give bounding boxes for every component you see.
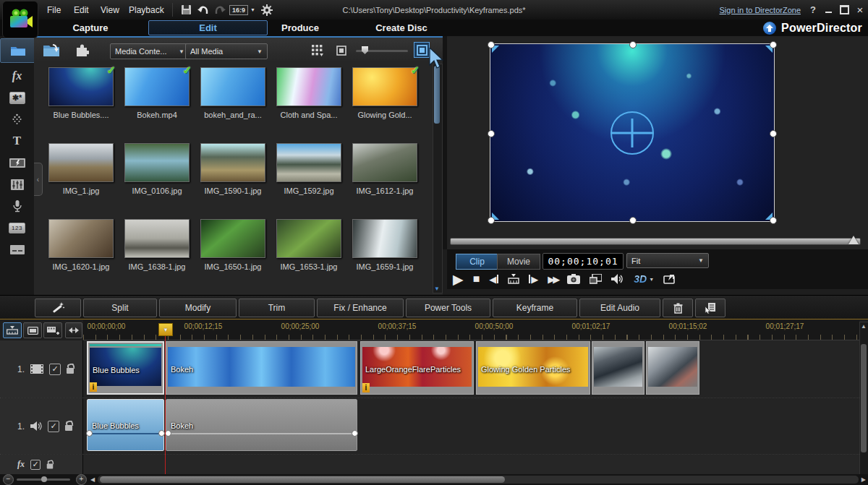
fx-track-lock-icon[interactable] — [47, 464, 54, 469]
tab-capture[interactable]: Capture — [58, 20, 123, 36]
selection-handle-top-right[interactable] — [770, 41, 777, 48]
scroll-left-icon[interactable]: ◀ — [90, 476, 95, 483]
timeline-audio-clip[interactable]: Bokeh — [166, 399, 357, 451]
volume-keyframe-dot[interactable] — [352, 430, 358, 437]
signin-directorzone-link[interactable]: Sign in to DirectorZone — [720, 0, 801, 20]
magic-tools-button[interactable] — [35, 299, 81, 317]
audio-track-lock-icon[interactable] — [65, 425, 72, 431]
panel-collapse-handle[interactable]: ‹ — [34, 163, 43, 196]
timeline-zoom-out-button[interactable]: − — [3, 474, 14, 485]
media-item[interactable]: IMG_1.jpg — [45, 143, 117, 215]
play-button[interactable]: ▶ — [453, 271, 464, 288]
playhead-marker[interactable]: ▼ — [158, 323, 173, 336]
snapshot-camera-button[interactable] — [567, 274, 580, 284]
timeline-ruler[interactable]: 00;00;00;0000;00;12;1500;00;25;0000;00;3… — [83, 320, 859, 340]
volume-speaker-button[interactable] — [611, 274, 624, 284]
sidebar-item-particle-room[interactable] — [0, 108, 34, 130]
media-filter-dropdown[interactable]: All Media ▼ — [185, 43, 268, 59]
volume-keyframe-dot[interactable] — [165, 430, 171, 437]
3d-mode-button[interactable]: 3D ▼ — [634, 273, 654, 285]
selection-handle-mid-left[interactable] — [488, 130, 495, 137]
timeline-zoom-in-button[interactable]: + — [76, 474, 87, 485]
timeline-video-clip[interactable]: Glowing Golden Particles — [476, 341, 590, 395]
context-menu-button[interactable] — [695, 299, 726, 317]
fx-track[interactable] — [83, 455, 859, 474]
scrollbar-thumb[interactable] — [100, 476, 505, 483]
media-item[interactable]: ✓Glowing Gold... — [349, 67, 421, 140]
video-track-lock-icon[interactable] — [67, 368, 74, 374]
selection-handle-bottom-center[interactable] — [629, 217, 637, 224]
seek-thumb[interactable] — [848, 236, 859, 244]
timeline-ruler-view-button[interactable] — [3, 322, 22, 338]
minimize-button[interactable] — [822, 4, 835, 14]
import-media-icon[interactable] — [42, 42, 61, 57]
fast-forward-button[interactable]: ▶▶ — [548, 274, 558, 285]
timeline-audio-clip[interactable]: Blue Bubbles — [87, 399, 164, 451]
power-tools-button[interactable]: Power Tools — [406, 299, 490, 317]
stop-button[interactable]: ■ — [473, 272, 480, 286]
sidebar-item-title-room[interactable]: T — [0, 130, 34, 152]
media-item[interactable]: IMG_1620-1.jpg — [45, 219, 117, 291]
media-item[interactable]: IMG_1612-1.jpg — [349, 143, 421, 215]
fit-timeline-button[interactable] — [65, 322, 82, 338]
sidebar-item-effect-room[interactable]: fx — [0, 65, 34, 87]
volume-keyframe-dot[interactable] — [86, 430, 93, 437]
menu-file[interactable]: File — [40, 0, 68, 20]
media-item[interactable]: bokeh_and_ra... — [197, 67, 269, 140]
sidebar-item-transition-room[interactable] — [0, 152, 34, 173]
media-item[interactable]: IMG_1592.jpg — [273, 143, 345, 215]
playhead-line[interactable] — [165, 335, 166, 474]
preview-video[interactable] — [490, 43, 775, 222]
undock-preview-button[interactable] — [663, 274, 675, 284]
timeline-video-clip[interactable] — [646, 341, 699, 395]
track-manager-button[interactable] — [43, 322, 62, 338]
media-item[interactable]: IMG_1590-1.jpg — [197, 143, 269, 215]
media-item[interactable]: IMG_1638-1.jpg — [121, 219, 193, 291]
sidebar-item-media-room[interactable] — [0, 38, 35, 63]
menu-edit[interactable]: Edit — [67, 0, 96, 20]
delete-trash-button[interactable] — [663, 299, 693, 317]
sidebar-item-pip-objects-room[interactable]: ✱* — [0, 87, 34, 108]
library-scrollbar[interactable]: ▼ — [433, 64, 443, 293]
scroll-down-icon[interactable]: ▼ — [433, 286, 441, 292]
sidebar-item-subtitle-room[interactable] — [0, 239, 34, 260]
preview-mode-movie[interactable]: Movie — [497, 254, 540, 270]
maximize-button[interactable] — [838, 4, 851, 14]
timeline-video-clip[interactable]: Blue Bubblesi — [87, 341, 164, 395]
trim-button[interactable]: Trim — [239, 299, 315, 317]
selection-handle-top-left[interactable] — [488, 41, 495, 48]
media-item[interactable]: ✓Blue Bubbles.... — [45, 67, 117, 140]
selection-handle-mid-right[interactable] — [770, 130, 777, 137]
media-item[interactable]: IMG_1659-1.jpg — [349, 219, 421, 291]
timeline-video-clip[interactable]: Bokeh — [166, 341, 357, 395]
media-item[interactable]: Cloth and Spa... — [273, 67, 345, 140]
timeline-horizontal-scrollbar[interactable] — [98, 476, 859, 484]
edit-audio-button[interactable]: Edit Audio — [579, 299, 660, 317]
timeline-zoom-slider[interactable] — [17, 478, 70, 481]
timecode-display[interactable]: 00;00;10;01 — [542, 253, 624, 270]
keyframe-center-indicator[interactable] — [610, 111, 654, 155]
volume-keyframe-dot[interactable] — [158, 430, 165, 437]
selection-handle-bottom-right[interactable] — [770, 217, 777, 224]
sidebar-item-chapter-room[interactable]: 123 — [0, 217, 34, 239]
audio-track-enable-checkbox[interactable]: ✓ — [48, 421, 59, 432]
dual-preview-button[interactable] — [590, 274, 602, 284]
scrollbar-thumb[interactable] — [861, 344, 867, 452]
timeline-video-clip[interactable]: LargeOrangeFlareParticlesi — [360, 341, 474, 395]
media-item[interactable]: IMG_1650-1.jpg — [197, 219, 269, 291]
preview-mode-clip[interactable]: Clip — [456, 254, 498, 270]
tab-create-disc[interactable]: Create Disc — [362, 20, 441, 36]
sidebar-item-audio-mixing-room[interactable] — [0, 173, 34, 195]
close-button[interactable]: × — [854, 4, 867, 14]
storyboard-view-button[interactable] — [23, 322, 42, 338]
small-thumbnail-icon[interactable] — [334, 43, 349, 58]
keyframe-button[interactable]: Keyframe — [493, 299, 577, 317]
clip-info-icon[interactable]: i — [90, 382, 97, 392]
selection-handle-top-center[interactable] — [629, 41, 637, 48]
previous-frame-button[interactable]: ◀ — [489, 274, 498, 285]
plugin-puzzle-icon[interactable] — [72, 42, 91, 57]
clip-info-icon[interactable]: i — [362, 383, 370, 392]
large-thumbnail-icon[interactable] — [414, 42, 430, 58]
next-marker-button[interactable] — [508, 274, 519, 284]
fx-track-enable-checkbox[interactable]: ✓ — [30, 460, 41, 470]
